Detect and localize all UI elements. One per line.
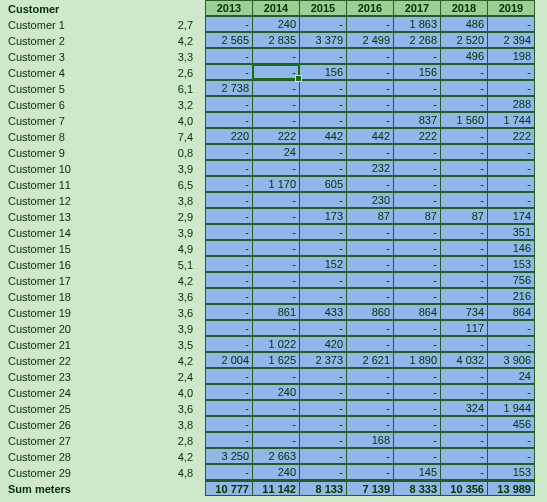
data-cell[interactable]: 2 004 — [205, 352, 253, 368]
customer-value[interactable]: 4,2 — [163, 449, 197, 465]
customer-name[interactable]: Customer 27 — [8, 433, 163, 449]
data-cell[interactable]: 2 565 — [205, 32, 253, 48]
data-cell[interactable]: - — [487, 16, 535, 32]
year-header-2017[interactable]: 2017 — [393, 0, 441, 16]
customer-name[interactable]: Customer 5 — [8, 81, 163, 97]
data-cell[interactable]: - — [346, 272, 394, 288]
data-cell[interactable]: - — [440, 448, 488, 464]
data-cell[interactable]: 1 170 — [252, 176, 300, 192]
data-cell[interactable]: 2 621 — [346, 352, 394, 368]
data-cell[interactable]: - — [252, 224, 300, 240]
data-cell[interactable]: 288 — [487, 96, 535, 112]
data-cell[interactable]: - — [346, 400, 394, 416]
data-cell[interactable]: 2 738 — [205, 80, 253, 96]
data-cell[interactable]: - — [299, 144, 347, 160]
data-cell[interactable]: - — [205, 48, 253, 64]
data-cell[interactable]: - — [440, 80, 488, 96]
data-cell[interactable]: - — [487, 192, 535, 208]
data-cell[interactable]: - — [252, 432, 300, 448]
data-cell[interactable]: - — [205, 64, 253, 80]
data-cell[interactable]: - — [393, 432, 441, 448]
customer-name[interactable]: Customer 7 — [8, 113, 163, 129]
data-cell[interactable]: - — [487, 80, 535, 96]
data-cell[interactable]: - — [393, 448, 441, 464]
customer-value[interactable]: 4,0 — [163, 385, 197, 401]
data-cell[interactable]: 2 373 — [299, 352, 347, 368]
data-cell[interactable]: - — [299, 224, 347, 240]
customer-value[interactable]: 2,4 — [163, 369, 197, 385]
data-cell[interactable]: 152 — [299, 256, 347, 272]
data-cell[interactable]: - — [487, 336, 535, 352]
data-cell[interactable]: - — [487, 160, 535, 176]
data-cell[interactable]: 156 — [393, 64, 441, 80]
customer-value[interactable]: 3,8 — [163, 193, 197, 209]
customer-name[interactable]: Customer 25 — [8, 401, 163, 417]
data-cell[interactable]: - — [252, 192, 300, 208]
data-cell[interactable]: 240 — [252, 384, 300, 400]
year-header-2019[interactable]: 2019 — [487, 0, 535, 16]
customer-value[interactable]: 4,2 — [163, 353, 197, 369]
data-cell[interactable]: 2 268 — [393, 32, 441, 48]
customer-name[interactable]: Customer 13 — [8, 209, 163, 225]
year-header-2013[interactable]: 2013 — [205, 0, 253, 16]
data-cell[interactable]: - — [440, 64, 488, 80]
data-cell[interactable]: - — [393, 240, 441, 256]
data-cell[interactable]: - — [252, 208, 300, 224]
data-cell[interactable]: 24 — [252, 144, 300, 160]
data-cell[interactable]: - — [252, 400, 300, 416]
data-cell[interactable]: - — [346, 448, 394, 464]
data-cell[interactable]: - — [205, 144, 253, 160]
customer-value[interactable]: 6,5 — [163, 177, 197, 193]
sum-cell[interactable]: 10 777 — [205, 480, 253, 496]
customer-value[interactable]: 3,9 — [163, 161, 197, 177]
data-cell[interactable]: 168 — [346, 432, 394, 448]
customer-value[interactable]: 4,2 — [163, 273, 197, 289]
data-cell[interactable]: 837 — [393, 112, 441, 128]
data-cell[interactable]: - — [346, 80, 394, 96]
data-cell[interactable]: 220 — [205, 128, 253, 144]
data-cell[interactable]: - — [299, 192, 347, 208]
data-cell[interactable]: - — [393, 368, 441, 384]
customer-name[interactable]: Customer 16 — [8, 257, 163, 273]
data-cell[interactable]: - — [440, 128, 488, 144]
data-cell[interactable]: 156 — [299, 64, 347, 80]
data-cell[interactable]: 3 250 — [205, 448, 253, 464]
year-header-2018[interactable]: 2018 — [440, 0, 488, 16]
data-cell[interactable]: - — [393, 80, 441, 96]
customer-name[interactable]: Customer 10 — [8, 161, 163, 177]
customer-name[interactable]: Customer 11 — [8, 177, 163, 193]
data-cell[interactable]: - — [487, 64, 535, 80]
data-cell[interactable]: - — [252, 160, 300, 176]
year-header-2014[interactable]: 2014 — [252, 0, 300, 16]
data-cell[interactable]: - — [393, 288, 441, 304]
data-cell[interactable]: 4 032 — [440, 352, 488, 368]
data-cell[interactable]: - — [299, 160, 347, 176]
data-cell[interactable]: - — [487, 448, 535, 464]
data-cell[interactable]: 146 — [487, 240, 535, 256]
data-cell[interactable]: 240 — [252, 16, 300, 32]
data-cell[interactable]: - — [440, 288, 488, 304]
data-cell[interactable]: - — [440, 240, 488, 256]
customer-value[interactable]: 3,5 — [163, 337, 197, 353]
customer-value[interactable]: 2,9 — [163, 209, 197, 225]
data-cell[interactable]: - — [393, 272, 441, 288]
customer-name[interactable]: Customer 19 — [8, 305, 163, 321]
customer-name[interactable]: Customer 6 — [8, 97, 163, 113]
customer-name[interactable]: Customer 14 — [8, 225, 163, 241]
data-cell[interactable]: - — [252, 416, 300, 432]
data-cell[interactable]: 1 022 — [252, 336, 300, 352]
customer-name[interactable]: Customer 3 — [8, 49, 163, 65]
data-cell[interactable]: 2 394 — [487, 32, 535, 48]
data-cell[interactable]: - — [346, 336, 394, 352]
data-cell[interactable]: - — [299, 96, 347, 112]
data-cell[interactable]: 2 520 — [440, 32, 488, 48]
data-cell[interactable]: - — [393, 384, 441, 400]
data-cell[interactable]: - — [393, 224, 441, 240]
data-cell[interactable]: - — [299, 384, 347, 400]
data-cell[interactable]: 2 499 — [346, 32, 394, 48]
customer-value[interactable]: 3,9 — [163, 321, 197, 337]
data-cell[interactable]: - — [299, 432, 347, 448]
data-cell[interactable]: - — [440, 176, 488, 192]
customer-name[interactable]: Customer 2 — [8, 33, 163, 49]
data-cell[interactable]: - — [346, 112, 394, 128]
